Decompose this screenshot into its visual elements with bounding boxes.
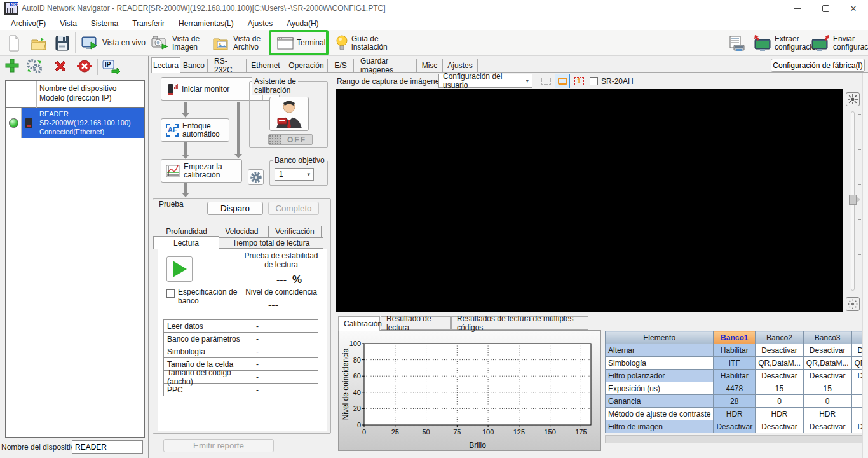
autofocus-button[interactable]: AF Enfoque automático: [161, 118, 229, 142]
disconnect-device-button[interactable]: [77, 59, 92, 74]
settings-col-banco2[interactable]: Banco2: [756, 331, 804, 344]
settings-cell-label[interactable]: Exposición (us): [606, 382, 714, 395]
settings-cell-value[interactable]: Desactivar: [851, 344, 862, 357]
settings-row-mtododeajustedec[interactable]: Método de ajuste de contrasteHDRHDRHDRHD…: [606, 408, 863, 420]
vertical-scrollbar[interactable]: [862, 72, 868, 458]
settings-cell-label[interactable]: Filtro polarizador: [606, 370, 714, 382]
brightness-slider-handle[interactable]: [849, 195, 857, 205]
capture-area-on-button[interactable]: [555, 74, 570, 88]
settings-row-ganancia[interactable]: Ganancia28000: [606, 395, 863, 408]
test-tab-tiempototaldelectura[interactable]: Tiempo total de lectura: [219, 237, 323, 249]
settings-cell-value[interactable]: QR,DataM...: [851, 357, 862, 370]
settings-cell-value[interactable]: Desactivar: [756, 420, 804, 433]
menu-item-transferir[interactable]: Transferir: [125, 18, 172, 29]
complete-button[interactable]: Completo: [268, 202, 319, 215]
settings-cell-value[interactable]: ITF: [714, 357, 756, 370]
refresh-devices-button[interactable]: [26, 59, 43, 74]
brightness-down-button[interactable]: [846, 297, 860, 311]
test-tab-velocidad[interactable]: Velocidad: [215, 226, 269, 237]
tab-rs232c[interactable]: RS-232C: [207, 59, 247, 72]
settings-cell-value[interactable]: HDR: [851, 408, 862, 420]
settings-cell-label[interactable]: Simbología: [606, 357, 714, 370]
settings-cell-label[interactable]: Filtro de imagen: [606, 420, 714, 433]
minimize-button[interactable]: [783, 0, 811, 17]
save-button[interactable]: [52, 32, 72, 54]
settings-cell-value[interactable]: Habilitar: [714, 370, 756, 382]
settings-row-alternar[interactable]: AlternarHabilitarDesactivarDesactivarDes…: [606, 344, 863, 357]
tab-guardarimgenes[interactable]: Guardar imágenes: [353, 59, 417, 72]
print-view-button[interactable]: [726, 32, 748, 54]
device-row[interactable]: READER SR-2000W(192.168.100.100) Connect…: [6, 108, 144, 138]
settings-cell-value[interactable]: Desactivar: [756, 370, 804, 382]
settings-cell-value[interactable]: Desactivar: [851, 420, 862, 433]
menu-item-ayudah[interactable]: Ayuda(H): [280, 18, 325, 29]
settings-cell-value[interactable]: QR,DataM...: [803, 357, 851, 370]
settings-cell-label[interactable]: Método de ajuste de contraste: [606, 408, 714, 420]
settings-cell-label[interactable]: Alternar: [606, 344, 714, 357]
capture-area-off-button[interactable]: [538, 74, 553, 88]
tab-misc[interactable]: Misc: [416, 59, 443, 72]
result-tab-resultadosdelecturademlt[interactable]: Resultados de lectura de múltiples códig…: [451, 316, 588, 330]
open-file-button[interactable]: [28, 32, 50, 54]
settings-cell-value[interactable]: HDR: [803, 408, 851, 420]
menu-item-archivof[interactable]: Archivo(F): [4, 18, 53, 29]
sr20ah-checkbox[interactable]: [590, 77, 598, 85]
settings-cell-label[interactable]: Ganancia: [606, 395, 714, 408]
report-button[interactable]: Emitir reporte: [163, 439, 274, 452]
add-device-button[interactable]: [4, 58, 20, 73]
settings-cell-value[interactable]: Desactivar: [803, 370, 851, 382]
settings-row-filtrodeimagen[interactable]: Filtro de imagenDesactivarDesactivarDesa…: [606, 420, 863, 433]
tab-lectura[interactable]: Lectura: [151, 57, 180, 73]
settings-col-banco4[interactable]: Banco4: [851, 331, 862, 344]
target-bank-select[interactable]: 1 ▾: [275, 168, 314, 181]
tab-banco[interactable]: Banco: [180, 59, 208, 72]
settings-cell-value[interactable]: Desactivar: [851, 370, 862, 382]
device-name-input[interactable]: [72, 440, 143, 454]
settings-cell-value[interactable]: 0: [756, 395, 804, 408]
menu-item-herramientasl[interactable]: Herramientas(L): [172, 18, 241, 29]
settings-cell-value[interactable]: 0: [803, 395, 851, 408]
maximize-button[interactable]: [811, 0, 839, 17]
test-tab-lectura[interactable]: Lectura: [153, 236, 219, 249]
run-test-button[interactable]: [166, 256, 193, 282]
brightness-up-button[interactable]: [846, 92, 860, 106]
settings-cell-value[interactable]: 4478: [714, 382, 756, 395]
settings-col-banco3[interactable]: Banco3: [803, 331, 851, 344]
settings-col-banco1[interactable]: Banco1: [714, 331, 756, 344]
settings-row-simbologa[interactable]: SimbologíaITFQR,DataM...QR,DataM...QR,Da…: [606, 357, 863, 370]
menu-item-vista[interactable]: Vista: [53, 18, 83, 29]
tab-es[interactable]: E/S: [327, 59, 354, 72]
test-tab-verificacin[interactable]: Verificación: [268, 226, 322, 237]
settings-cell-value[interactable]: 15: [851, 382, 862, 395]
bank-spec-checkbox[interactable]: [166, 289, 175, 298]
settings-row-exposicinus[interactable]: Exposición (us)4478151515: [606, 382, 863, 395]
factory-reset-button[interactable]: Configuración de fábrica(I): [771, 59, 865, 72]
capture-area-one-button[interactable]: 1: [571, 74, 587, 88]
settings-cell-value[interactable]: Desactivar: [714, 420, 756, 433]
send-config-button[interactable]: Enviar configuración: [808, 32, 868, 54]
trigger-button[interactable]: Disparo: [207, 202, 263, 215]
tab-operacin[interactable]: Operación: [285, 59, 328, 72]
result-tab-calibracin[interactable]: Calibración: [338, 316, 380, 331]
terminal-button[interactable]: Terminal: [275, 32, 328, 54]
settings-cell-value[interactable]: HDR: [714, 408, 756, 420]
settings-cell-value[interactable]: Desactivar: [803, 420, 851, 433]
live-view-button[interactable]: Vista en vivo: [79, 32, 148, 54]
image-view-button[interactable]: Vista de Imagen: [149, 32, 202, 54]
settings-cell-value[interactable]: 15: [803, 382, 851, 395]
menu-item-ajustes[interactable]: Ajustes: [241, 18, 280, 29]
settings-cell-value[interactable]: Desactivar: [756, 344, 804, 357]
result-tab-resultadodelectura[interactable]: Resultado de lectura: [381, 316, 451, 330]
assistant-button[interactable]: [269, 97, 309, 131]
settings-cell-value[interactable]: 0: [851, 395, 862, 408]
assistant-toggle[interactable]: OFF: [268, 134, 313, 145]
settings-cell-value[interactable]: 28: [714, 395, 756, 408]
install-guide-button[interactable]: Guía de instalación: [333, 32, 390, 54]
file-view-button[interactable]: Vista de Archivo: [210, 32, 263, 54]
tab-ajustes[interactable]: Ajustes: [442, 59, 478, 72]
bank-settings-table[interactable]: ElementoBanco1Banco2Banco3Banco4Alternar…: [605, 331, 862, 433]
camera-image-view[interactable]: [336, 89, 843, 312]
start-calibration-button[interactable]: Empezar la calibración: [161, 159, 242, 183]
settings-cell-value[interactable]: 15: [756, 382, 804, 395]
table-horizontal-scrollbar[interactable]: [605, 435, 862, 443]
